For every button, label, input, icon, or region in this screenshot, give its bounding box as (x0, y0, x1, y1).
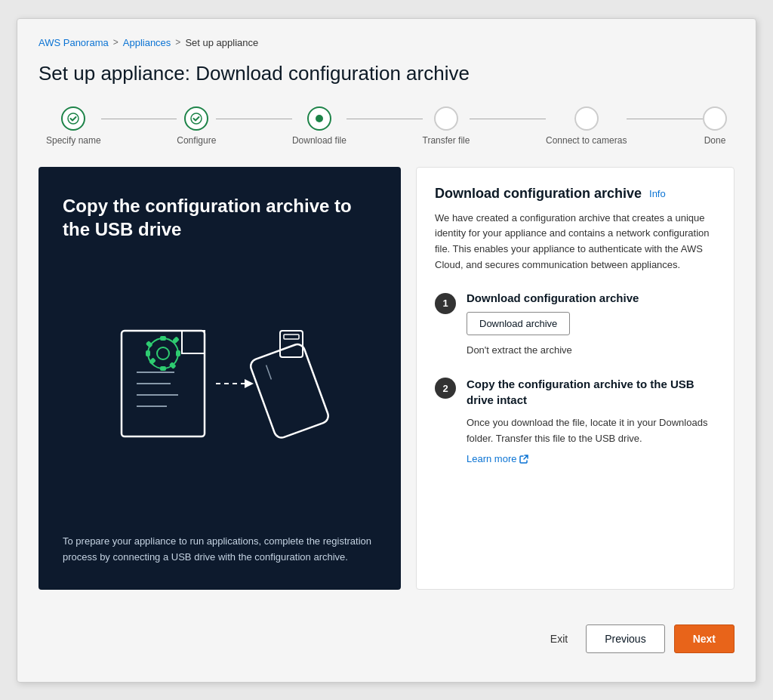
download-hint: Don't extract the archive (467, 343, 639, 359)
page-title: Set up appliance: Download configuration… (38, 62, 735, 85)
svg-point-0 (68, 113, 79, 124)
active-dot (316, 115, 323, 122)
info-badge[interactable]: Info (649, 188, 666, 199)
instruction-step-num-1: 1 (435, 293, 456, 314)
step-circle-6 (703, 106, 727, 131)
download-archive-button[interactable]: Download archive (467, 312, 570, 335)
stepper: Specify name Configure Download file T (38, 106, 735, 146)
instruction-step-2: 2 Copy the configuration archive to the … (435, 376, 716, 465)
svg-rect-12 (176, 350, 180, 356)
instruction-step-num-2: 2 (435, 378, 456, 399)
step-label-4: Transfer file (423, 135, 470, 146)
previous-button[interactable]: Previous (586, 624, 664, 653)
svg-rect-9 (160, 336, 166, 341)
breadcrumb-current: Set up appliance (185, 37, 258, 48)
connector-5-6 (627, 119, 703, 119)
step-label-1: Specify name (46, 135, 101, 146)
step-label-2: Configure (177, 135, 216, 146)
step-label-3: Download file (292, 135, 346, 146)
connector-4-5 (470, 119, 546, 119)
learn-more-link[interactable]: Learn more (467, 453, 528, 464)
step-circle-4 (434, 106, 458, 131)
breadcrumb-root[interactable]: AWS Panorama (38, 37, 109, 48)
page-container: AWS Panorama > Appliances > Set up appli… (17, 18, 756, 683)
next-button[interactable]: Next (674, 624, 735, 653)
main-content: Copy the configuration archive to the US… (38, 167, 735, 590)
step-circle-5 (574, 106, 599, 131)
breadcrumb: AWS Panorama > Appliances > Set up appli… (38, 37, 735, 48)
step-connect-cameras: Connect to cameras (546, 106, 627, 146)
step-circle-1 (61, 106, 85, 131)
right-panel-description: We have created a configuration archive … (435, 211, 716, 273)
illustration (63, 271, 377, 511)
step-circle-2 (184, 106, 208, 131)
instruction-step-1: 1 Download configuration archive Downloa… (435, 291, 716, 359)
connector-3-4 (346, 119, 423, 119)
connector-1-2 (101, 119, 177, 119)
step-configure: Configure (177, 106, 216, 146)
instruction-step-heading-2: Copy the configuration archive to the US… (467, 376, 716, 408)
svg-rect-15 (149, 357, 156, 365)
step-transfer-file: Transfer file (423, 106, 470, 146)
right-panel-title-row: Download configuration archive Info (435, 186, 716, 202)
footer: Exit Previous Next (38, 612, 735, 653)
svg-rect-21 (284, 335, 299, 339)
instruction-step-content-2: Copy the configuration archive to the US… (467, 376, 716, 465)
connector-2-3 (216, 119, 292, 119)
svg-point-1 (191, 113, 202, 124)
left-panel-description: To prepare your appliance to run applica… (63, 534, 377, 566)
left-panel-heading: Copy the configuration archive to the US… (63, 194, 377, 241)
exit-button[interactable]: Exit (541, 627, 577, 651)
svg-point-8 (157, 347, 169, 359)
right-panel-title-text: Download configuration archive (435, 186, 642, 202)
breadcrumb-section[interactable]: Appliances (123, 37, 171, 48)
breadcrumb-sep1: > (113, 37, 119, 48)
step-circle-3 (307, 106, 331, 131)
breadcrumb-sep2: > (175, 37, 180, 48)
instruction-step-heading-1: Download configuration archive (467, 291, 639, 304)
step-download-file: Download file (292, 106, 346, 146)
step-specify-name: Specify name (46, 106, 101, 146)
left-panel: Copy the configuration archive to the US… (38, 167, 401, 590)
svg-marker-18 (245, 379, 254, 388)
step-label-6: Done (704, 135, 726, 146)
instruction-step-desc-2: Once you download the file, locate it in… (467, 415, 716, 447)
svg-rect-10 (160, 366, 166, 371)
step-done: Done (703, 106, 727, 146)
svg-rect-13 (146, 341, 153, 348)
instruction-step-content-1: Download configuration archive Download … (467, 291, 639, 359)
svg-line-22 (266, 365, 272, 379)
svg-rect-11 (146, 350, 150, 356)
step-label-5: Connect to cameras (546, 135, 627, 146)
right-panel: Download configuration archive Info We h… (416, 167, 735, 590)
